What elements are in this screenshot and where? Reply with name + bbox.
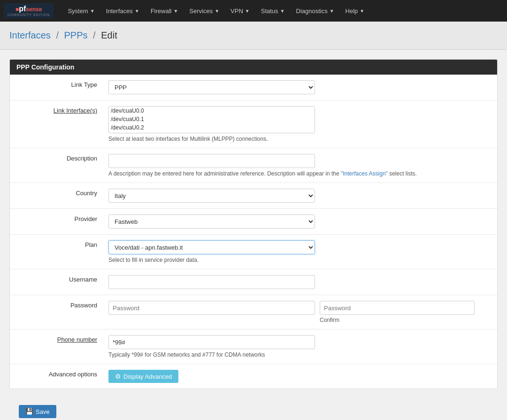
nav-status[interactable]: Status ▼ [255, 0, 291, 22]
nav-firewall-caret: ▼ [173, 8, 178, 14]
nav-vpn[interactable]: VPN ▼ [225, 0, 255, 22]
description-help: A description may be entered here for ad… [108, 170, 491, 177]
nav-interfaces-caret: ▼ [135, 8, 139, 14]
provider-label: Provider [10, 209, 104, 235]
nav-system-caret: ▼ [90, 8, 95, 14]
description-help-prefix: A description may be entered here for ad… [108, 170, 341, 177]
save-button[interactable]: 💾 Save [19, 405, 56, 418]
plan-label: Plan [10, 235, 104, 269]
description-help-link[interactable]: "Interfaces Assign" [341, 170, 388, 177]
logo-pftext: ■pfsense [15, 5, 42, 13]
plan-select[interactable]: Voce/dati - apn.fastweb.it Solo dati Sol… [108, 240, 315, 254]
advanced-options-field: ⚙ Display Advanced [104, 364, 497, 389]
nav-help[interactable]: Help ▼ [340, 0, 370, 22]
description-input[interactable] [108, 154, 315, 168]
link-type-select[interactable]: PPP PPPOE PPTP L2TP [108, 80, 315, 94]
breadcrumb-sep2: / [93, 30, 98, 40]
plan-field: Voce/dati - apn.fastweb.it Solo dati Sol… [104, 235, 497, 269]
panel-title: PPP Configuration [10, 60, 497, 75]
username-field [104, 269, 497, 295]
nav-diagnostics[interactable]: Diagnostics ▼ [291, 0, 340, 22]
country-select[interactable]: Italy United States Germany France [108, 189, 315, 203]
main-content: PPP Configuration Link Type PPP PPPOE PP… [0, 50, 507, 420]
plan-help: Select to fill in service provider data. [108, 257, 491, 263]
breadcrumb-sep1: / [56, 30, 61, 40]
nav-vpn-caret: ▼ [245, 8, 250, 14]
logo-sense-text: sense [26, 6, 42, 13]
country-field: Italy United States Germany France [104, 183, 497, 209]
description-field: A description may be entered here for ad… [104, 148, 497, 183]
form-footer: 💾 Save [9, 398, 498, 420]
nav-services-caret: ▼ [215, 8, 219, 14]
nav-system[interactable]: System ▼ [62, 0, 100, 22]
description-help-suffix: select lists. [388, 170, 417, 177]
password-label: Password [10, 295, 104, 329]
nav-status-caret: ▼ [280, 8, 285, 14]
advanced-options-label: Advanced options [10, 364, 104, 389]
nav-firewall[interactable]: Firewall ▼ [145, 0, 184, 22]
password-input[interactable] [108, 301, 315, 315]
password-confirm-wrapper: Confirm [320, 301, 475, 323]
nav-interfaces[interactable]: Interfaces ▼ [100, 0, 145, 22]
username-row: Username [10, 269, 497, 295]
link-type-row: Link Type PPP PPPOE PPTP L2TP [10, 75, 497, 100]
breadcrumb-edit: Edit [101, 30, 117, 40]
list-item[interactable]: /dev/cuaU0.3 [109, 132, 315, 133]
link-interfaces-field: /dev/cuaU0.0 /dev/cuaU0.1 /dev/cuaU0.2 /… [104, 100, 497, 148]
breadcrumb: Interfaces / PPPs / Edit [0, 22, 507, 50]
username-input[interactable] [108, 275, 315, 289]
phone-number-input[interactable] [108, 335, 315, 349]
brand-logo[interactable]: ■pfsense COMMUNITY EDITION [4, 3, 58, 18]
navbar: ■pfsense COMMUNITY EDITION System ▼ Inte… [0, 0, 507, 22]
form-table: Link Type PPP PPPOE PPTP L2TP Link Inter… [10, 75, 497, 389]
description-label: Description [10, 148, 104, 183]
country-label: Country [10, 183, 104, 209]
logo-pf-icon: ■ [15, 6, 19, 13]
provider-row: Provider Fastweb TIM Vodafone Wind [10, 209, 497, 235]
logo-sub: COMMUNITY EDITION [8, 13, 50, 16]
phone-number-label: Phone number [10, 329, 104, 364]
phone-number-field: Typically *99# for GSM networks and #777… [104, 329, 497, 364]
display-advanced-button[interactable]: ⚙ Display Advanced [108, 370, 178, 383]
password-field: Confirm [104, 295, 497, 329]
phone-number-row: Phone number Typically *99# for GSM netw… [10, 329, 497, 364]
link-interfaces-label: Link Interface(s) [10, 100, 104, 148]
gear-icon: ⚙ [115, 373, 121, 380]
country-row: Country Italy United States Germany Fran… [10, 183, 497, 209]
breadcrumb-root[interactable]: Interfaces [9, 30, 51, 40]
list-item[interactable]: /dev/cuaU0.0 [109, 107, 315, 115]
provider-select[interactable]: Fastweb TIM Vodafone Wind [108, 214, 315, 229]
list-item[interactable]: /dev/cuaU0.2 [109, 123, 315, 132]
password-confirm-input[interactable] [320, 301, 475, 315]
description-row: Description A description may be entered… [10, 148, 497, 183]
breadcrumb-ppps[interactable]: PPPs [64, 30, 88, 40]
nav-services[interactable]: Services ▼ [184, 0, 225, 22]
provider-field: Fastweb TIM Vodafone Wind [104, 209, 497, 235]
display-advanced-label: Display Advanced [123, 373, 172, 380]
save-icon: 💾 [25, 408, 33, 415]
list-item[interactable]: /dev/cuaU0.1 [109, 115, 315, 123]
link-interfaces-help: Select at least two interfaces for Multi… [108, 136, 491, 142]
link-type-label: Link Type [10, 75, 104, 100]
link-interfaces-listbox[interactable]: /dev/cuaU0.0 /dev/cuaU0.1 /dev/cuaU0.2 /… [108, 106, 315, 133]
phone-number-help: Typically *99# for GSM networks and #777… [108, 351, 491, 358]
password-row: Password Confirm [10, 295, 497, 329]
plan-row: Plan Voce/dati - apn.fastweb.it Solo dat… [10, 235, 497, 269]
ppp-config-panel: PPP Configuration Link Type PPP PPPOE PP… [9, 59, 498, 389]
nav-help-caret: ▼ [360, 8, 364, 14]
confirm-label: Confirm [320, 317, 475, 323]
nav-diagnostics-caret: ▼ [330, 8, 334, 14]
link-type-field: PPP PPPOE PPTP L2TP [104, 75, 497, 100]
password-row-inner: Confirm [108, 301, 491, 323]
link-interfaces-row: Link Interface(s) /dev/cuaU0.0 /dev/cuaU… [10, 100, 497, 148]
advanced-options-row: Advanced options ⚙ Display Advanced [10, 364, 497, 389]
save-label: Save [36, 408, 50, 415]
username-label: Username [10, 269, 104, 295]
